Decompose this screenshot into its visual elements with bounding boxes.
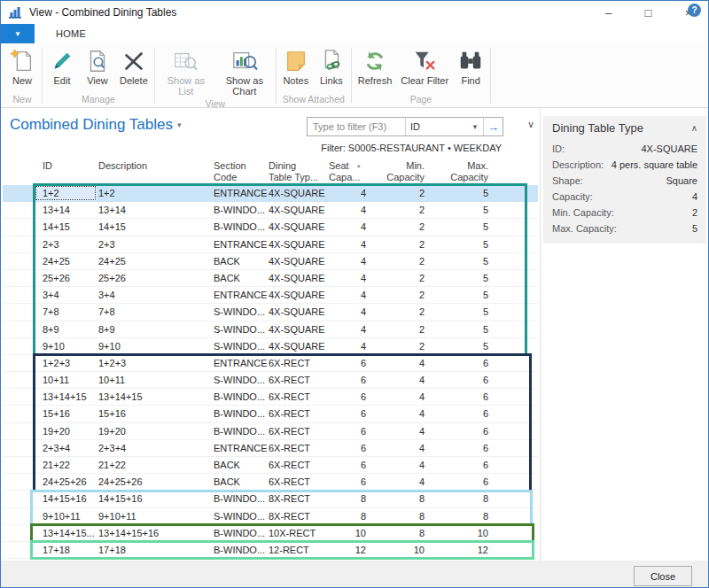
cell-max[interactable]: 6 (439, 440, 504, 456)
table-row[interactable]: 19+2019+20B-WINDO...6X-RECT646 (3, 423, 538, 440)
cell-section[interactable]: S-WINDO... (212, 372, 267, 388)
row-selector[interactable] (3, 542, 35, 558)
cell-min[interactable]: 4 (377, 389, 439, 405)
help-icon[interactable]: ? (688, 4, 701, 17)
cell-id[interactable]: 9+10 (35, 338, 97, 354)
cell-min[interactable]: 2 (377, 287, 439, 303)
cell-section[interactable]: BACK (212, 457, 267, 473)
new-button[interactable]: New (4, 46, 40, 87)
cell-type[interactable]: 6X-RECT (267, 372, 325, 388)
cell-max[interactable]: 5 (439, 287, 504, 303)
row-selector[interactable] (3, 474, 35, 490)
row-selector[interactable] (3, 185, 35, 201)
cell-seat[interactable]: 6 (325, 440, 377, 456)
table-row[interactable]: 25+2625+26BACK4X-SQUARE425 (3, 270, 538, 287)
collapse-header-chevron-icon[interactable]: ∨ (527, 119, 534, 130)
column-header-max-capacity[interactable]: Max.Capacity (439, 159, 504, 185)
cell-seat[interactable]: 4 (325, 321, 377, 337)
cell-type[interactable]: 10X-RECT (267, 525, 325, 541)
cell-section[interactable]: B-WINDO... (212, 219, 267, 235)
cell-max[interactable]: 5 (439, 321, 504, 337)
column-header-min-capacity[interactable]: Min.Capacity (377, 159, 439, 185)
cell-section[interactable]: S-WINDO... (212, 508, 267, 524)
cell-seat[interactable]: 4 (325, 236, 377, 252)
cell-id[interactable]: 24+25+26 (35, 474, 97, 490)
cell-seat[interactable]: 6 (325, 406, 377, 422)
cell-min[interactable]: 4 (377, 355, 439, 371)
cell-seat[interactable]: 4 (325, 304, 377, 320)
row-selector[interactable] (3, 457, 35, 473)
table-row[interactable]: 1+2+31+2+3ENTRANCE6X-RECT646 (3, 355, 538, 372)
cell-type[interactable]: 8X-RECT (267, 491, 325, 507)
cell-type[interactable]: 4X-SQUARE (267, 287, 325, 303)
cell-min[interactable]: 2 (377, 253, 439, 269)
column-header-seat-capacity[interactable]: Seat▲ Capa... (325, 159, 377, 185)
cell-min[interactable]: 8 (377, 491, 439, 507)
cell-max[interactable]: 6 (439, 423, 504, 439)
cell-id[interactable]: 17+18 (35, 542, 97, 558)
column-header-id[interactable]: ID (35, 159, 97, 185)
cell-section[interactable]: B-WINDO... (212, 406, 267, 422)
cell-type[interactable]: 4X-SQUARE (267, 185, 325, 201)
table-row[interactable]: 15+1615+16B-WINDO...6X-RECT646 (3, 406, 538, 422)
cell-section[interactable]: B-WINDO... (212, 423, 267, 439)
cell-seat[interactable]: 6 (325, 355, 377, 371)
cell-seat[interactable]: 12 (325, 542, 377, 558)
cell-type[interactable]: 6X-RECT (267, 406, 325, 422)
cell-id[interactable]: 15+16 (35, 406, 97, 422)
row-selector[interactable] (3, 355, 35, 371)
cell-section[interactable]: ENTRANCE (212, 236, 267, 252)
page-title[interactable]: Combined Dining Tables▾ (10, 116, 182, 134)
refresh-button[interactable]: Refresh (354, 46, 397, 87)
cell-min[interactable]: 2 (377, 270, 439, 286)
table-row[interactable]: 2+3+42+3+4ENTRANCE6X-RECT646 (3, 440, 538, 457)
cell-max[interactable]: 5 (439, 202, 504, 218)
cell-max[interactable]: 5 (439, 236, 504, 252)
cell-desc[interactable]: 1+2 (97, 185, 212, 201)
cell-section[interactable]: B-WINDO... (212, 202, 267, 218)
cell-id[interactable]: 2+3 (35, 236, 97, 252)
cell-seat[interactable]: 8 (325, 508, 377, 524)
delete-button[interactable]: Delete (115, 46, 152, 87)
cell-desc[interactable]: 21+22 (97, 457, 212, 473)
cell-desc[interactable]: 14+15+16 (97, 491, 212, 507)
cell-seat[interactable]: 6 (325, 457, 377, 473)
cell-desc[interactable]: 19+20 (97, 423, 212, 439)
cell-max[interactable]: 6 (439, 406, 504, 422)
cell-desc[interactable]: 25+26 (97, 270, 212, 286)
table-row[interactable]: 9+109+10S-WINDO...4X-SQUARE425 (3, 338, 538, 355)
table-row[interactable]: 2+32+3ENTRANCE4X-SQUARE425 (3, 236, 538, 253)
cell-id[interactable]: 8+9 (35, 321, 97, 337)
cell-section[interactable]: S-WINDO... (212, 321, 267, 337)
cell-max[interactable]: 5 (439, 219, 504, 235)
cell-type[interactable]: 6X-RECT (267, 423, 325, 439)
cell-desc[interactable]: 9+10+11 (97, 508, 212, 524)
cell-min[interactable]: 2 (377, 338, 439, 354)
row-selector[interactable] (3, 508, 35, 524)
cell-section[interactable]: B-WINDO... (212, 389, 267, 405)
cell-max[interactable]: 8 (439, 491, 504, 507)
cell-max[interactable]: 6 (439, 372, 504, 388)
cell-section[interactable]: ENTRANCE (212, 355, 267, 371)
cell-section[interactable]: ENTRANCE (212, 185, 267, 201)
cell-id[interactable]: 7+8 (35, 304, 97, 320)
cell-min[interactable]: 4 (377, 372, 439, 388)
cell-id[interactable]: 13+14 (35, 202, 97, 218)
cell-seat[interactable]: 4 (325, 253, 377, 269)
cell-type[interactable]: 4X-SQUARE (267, 270, 325, 286)
cell-seat[interactable]: 4 (325, 185, 377, 201)
cell-type[interactable]: 8X-RECT (267, 508, 325, 524)
cell-min[interactable]: 10 (377, 542, 439, 558)
cell-desc[interactable]: 1+2+3 (97, 355, 212, 371)
table-row[interactable]: 14+1514+15B-WINDO...4X-SQUARE425 (3, 219, 538, 236)
view-button[interactable]: View (80, 46, 115, 87)
row-selector[interactable] (3, 202, 35, 218)
cell-desc[interactable]: 2+3 (97, 236, 212, 252)
cell-id[interactable]: 14+15 (35, 219, 97, 235)
cell-min[interactable]: 2 (377, 304, 439, 320)
cell-min[interactable]: 4 (377, 406, 439, 422)
cell-id[interactable]: 1+2 (35, 185, 97, 201)
row-selector[interactable] (3, 423, 35, 439)
cell-id[interactable]: 19+20 (35, 423, 97, 439)
cell-desc[interactable]: 24+25 (97, 253, 212, 269)
